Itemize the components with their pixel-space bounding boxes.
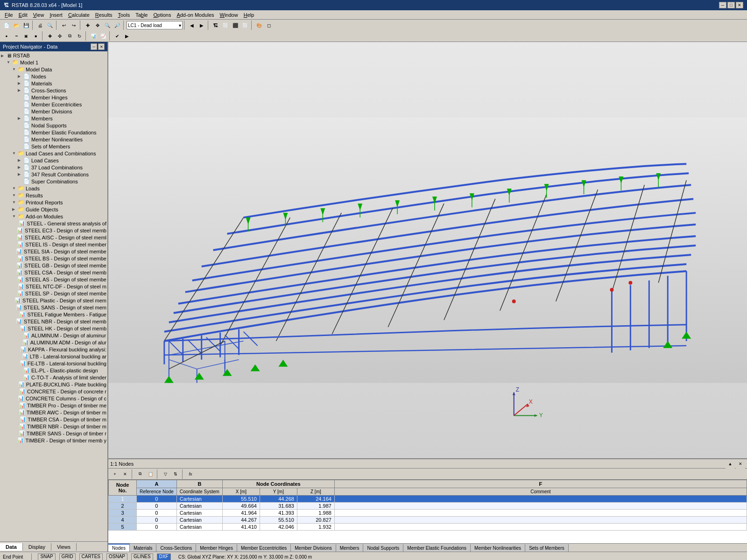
table-row[interactable]: 5 0 Cartesian 41.410 42.046 1.932 [109, 524, 747, 531]
tree-item-timber-awc[interactable]: 📊 TIMBER AWC - Design of timber m [0, 409, 107, 416]
tree-item-result-combinations[interactable]: ▶ 📄 347 Result Combinations [0, 171, 107, 178]
expand-icon[interactable]: ▶ [18, 74, 23, 78]
tree-item-steel-csa[interactable]: 📊 STEEL CSA - Design of steel memb [0, 269, 107, 276]
tb-redo[interactable]: ↪ [69, 21, 78, 30]
tb-node[interactable]: ● [2, 31, 11, 41]
close-button[interactable]: ✕ [736, 2, 743, 8]
tree-item-results[interactable]: ▼ 📁 Results [0, 192, 107, 199]
tb-run[interactable]: ▶ [122, 31, 132, 41]
tree-item-aluminum[interactable]: 📊 ALUMINUM - Design of aluminur [0, 332, 107, 339]
expand-icon[interactable] [18, 375, 23, 379]
tree-item-load-cases-combinations[interactable]: ▼ 📁 Load Cases and Combinations [0, 150, 107, 157]
tb-3d-view[interactable]: 🏗 [211, 21, 220, 30]
table-content[interactable]: NodeNo. A B Node Coordinates F Reference… [108, 480, 747, 543]
tb-select[interactable]: ✚ [83, 21, 92, 30]
expand-icon[interactable]: ▶ [18, 165, 23, 169]
tree-item-nodes[interactable]: ▶ 📄 Nodes [0, 73, 107, 80]
tree-item-kappa[interactable]: 📊 KAPPA - Flexural buckling analysi: [0, 346, 107, 353]
bottom-tab-materials[interactable]: Materials [130, 544, 157, 552]
tb-solid[interactable]: ■ [31, 31, 41, 41]
menu-edit[interactable]: Edit [16, 11, 30, 19]
ttb-filter[interactable]: ▽ [161, 469, 170, 479]
tree-item-materials[interactable]: ▶ 📄 Materials [0, 80, 107, 87]
expand-icon[interactable]: ▶ [18, 88, 23, 92]
expand-icon[interactable]: ▶ [18, 81, 23, 85]
tb-show-loads[interactable]: 📊 [89, 31, 98, 41]
tree-item-load-combinations[interactable]: ▶ 📄 37 Load Combinations [0, 164, 107, 171]
menu-window[interactable]: Window [217, 11, 241, 19]
minimize-button[interactable]: ─ [719, 2, 726, 8]
expand-icon[interactable]: ▼ [12, 200, 18, 204]
expand-icon[interactable] [17, 354, 22, 358]
tree-item-loads[interactable]: ▼ 📁 Loads [0, 185, 107, 192]
tree-item-member-divisions[interactable]: 📄 Member Divisions [0, 108, 107, 115]
menu-insert[interactable]: Insert [47, 11, 65, 19]
tree-item-steel-as[interactable]: 📊 STEEL AS - Design of steel membe [0, 276, 107, 283]
expand-icon[interactable] [13, 270, 16, 274]
expand-icon[interactable] [15, 361, 20, 365]
expand-icon[interactable] [18, 179, 23, 183]
tree-item-steel-general[interactable]: 📊 STEEL - General stress analysis of [0, 220, 107, 227]
tree-item-model1[interactable]: ▼ 📁 Model 1 [0, 59, 107, 66]
bottom-tab-sets-of-members[interactable]: Sets of Members [525, 544, 569, 552]
expand-icon[interactable]: ▼ [12, 214, 18, 218]
ttb-fx[interactable]: fx [186, 469, 195, 479]
menu-file[interactable]: File [2, 11, 16, 19]
table-row[interactable]: 1 0 Cartesian 55.510 44.268 24.164 [109, 496, 747, 503]
tree-item-el-pl[interactable]: 📊 EL-PL - Elastic-plastic design [0, 367, 107, 374]
nav-tab-data[interactable]: Data [0, 543, 23, 551]
expand-icon[interactable]: ▶ [1, 54, 7, 58]
expand-icon[interactable] [13, 277, 17, 281]
tb-rotate[interactable]: ↻ [75, 31, 84, 41]
expand-icon[interactable] [12, 305, 16, 309]
tree-item-timber[interactable]: 📊 TIMBER - Design of timber memb y [0, 437, 107, 444]
tree-item-model-data[interactable]: ▼ 📁 Model Data [0, 66, 107, 73]
expand-icon[interactable] [18, 130, 23, 134]
expand-icon[interactable] [14, 284, 18, 288]
menu-help[interactable]: Help [241, 11, 257, 19]
tb-copy[interactable]: ⧉ [65, 31, 74, 41]
tb-preview[interactable]: 🔍 [45, 21, 55, 30]
expand-icon[interactable]: ▶ [18, 172, 23, 176]
tree-item-timber-pro[interactable]: 📊 TIMBER Pro - Design of timber me [0, 402, 107, 409]
tree-item-members[interactable]: ▶ 📄 Members [0, 115, 107, 122]
expand-icon[interactable] [14, 403, 19, 407]
tb-save[interactable]: 💾 [21, 21, 31, 30]
tb-arrow-right[interactable]: ▶ [197, 21, 206, 30]
expand-icon[interactable] [14, 382, 18, 386]
load-case-dropdown[interactable]: LC1 - Dead load ▾ [127, 21, 183, 29]
tree-item-steel-sia[interactable]: 📊 STEEL SIA - Design of steel membe [0, 248, 107, 255]
expand-icon[interactable] [13, 291, 17, 295]
tb-check[interactable]: ✔ [113, 31, 122, 41]
tb-show-results[interactable]: 📈 [99, 31, 108, 41]
menu-addon[interactable]: Add-on Modules [174, 11, 217, 19]
nav-tab-display[interactable]: Display [23, 543, 51, 551]
ttb-delete-row[interactable]: ✕ [120, 469, 130, 479]
menu-table[interactable]: Table [133, 11, 150, 19]
expand-icon[interactable] [14, 396, 18, 400]
expand-icon[interactable] [13, 228, 16, 232]
tree-item-steel-sp[interactable]: 📊 STEEL SP - Design of steel membe [0, 290, 107, 297]
status-cartes[interactable]: CARTES [79, 553, 103, 560]
maximize-button[interactable]: □ [727, 2, 735, 8]
status-glines[interactable]: GLINES [131, 553, 153, 560]
tree-item-fe-ltb[interactable]: 📊 FE-LTB - Lateral-torsional buckling [0, 360, 107, 367]
tree-item-steel-aisc[interactable]: 📊 STEEL AISC - Design of steel meml [0, 234, 107, 241]
expand-icon[interactable] [12, 319, 16, 323]
tb-move[interactable]: ✜ [55, 31, 64, 41]
tree-item-concrete[interactable]: 📊 CONCRETE - Design of concrete r [0, 388, 107, 395]
menu-tools[interactable]: Tools [115, 11, 133, 19]
nav-tab-views[interactable]: Views [51, 543, 77, 551]
tb-zoom-out[interactable]: 🔎 [113, 21, 122, 30]
expand-icon[interactable] [18, 368, 23, 372]
tree-item-steel-fatigue[interactable]: 📊 STEEL Fatigue Members - Fatigue [0, 311, 107, 318]
tree-item-timber-sans[interactable]: 📊 TIMBER SANS - Design of timber r [0, 430, 107, 437]
tree-item-nodal-supports[interactable]: 📄 Nodal Supports [0, 122, 107, 129]
tree-item-timber-csa[interactable]: 📊 TIMBER CSA - Design of timber m [0, 416, 107, 423]
bottom-tab-nodes[interactable]: Nodes [108, 544, 130, 552]
expand-icon[interactable]: ▶ [18, 158, 23, 162]
expand-icon[interactable] [18, 137, 23, 141]
expand-icon[interactable]: ▼ [12, 151, 18, 155]
expand-icon[interactable] [14, 438, 18, 442]
tree-item-steel-hk[interactable]: 📊 STEEL HK - Design of steel memb [0, 325, 107, 332]
